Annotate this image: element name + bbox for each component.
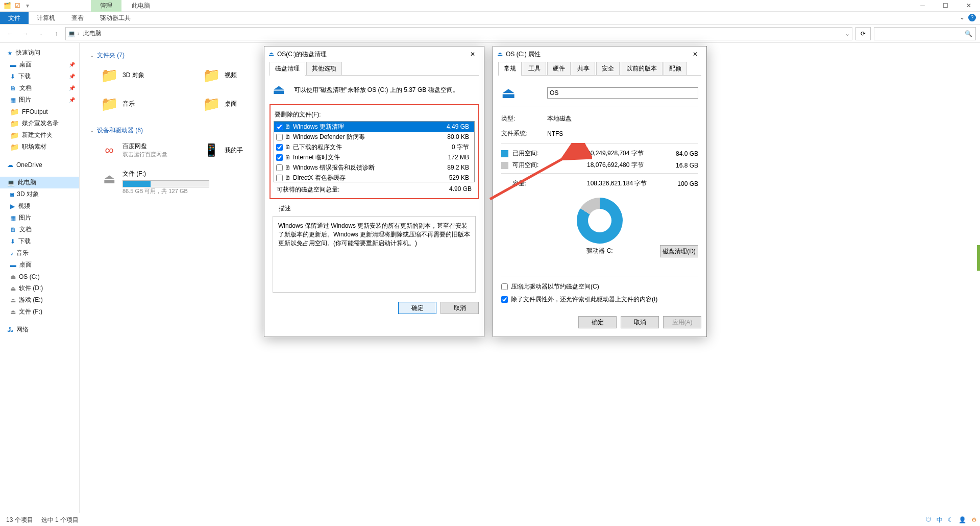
file-list-row[interactable]: 🗎DirectX 着色器缓存529 KB [274, 173, 474, 182]
close-button[interactable]: ✕ [465, 49, 480, 59]
file-list-row[interactable]: 🗎已下载的程序文件0 字节 [274, 142, 474, 152]
file-checkbox[interactable] [276, 164, 283, 171]
properties-tab[interactable]: 配额 [664, 62, 687, 76]
file-size: 0 字节 [452, 143, 472, 152]
sidebar-item-workplace[interactable]: 📁职场素材 [0, 141, 79, 153]
sidebar-item-ffoutput[interactable]: 📁FFOutput [0, 106, 79, 117]
folder-music[interactable]: 📁音乐 [100, 94, 182, 113]
checkbox-qa-icon[interactable]: ☑ [13, 2, 21, 10]
address-dropdown-icon[interactable]: ⌄ [845, 30, 850, 37]
tab-view[interactable]: 查看 [63, 12, 92, 24]
sidebar-onedrive[interactable]: ☁OneDrive [0, 159, 79, 171]
files-listbox[interactable]: 🗎Windows 更新清理4.49 GB🗎Windows Defender 防病… [274, 121, 475, 182]
compress-checkbox[interactable] [501, 283, 508, 290]
annotation-highlight: 要删除的文件(F): 🗎Windows 更新清理4.49 GB🗎Windows … [270, 104, 479, 199]
ribbon-collapse-icon[interactable]: ⌄ [960, 14, 965, 21]
file-list-row[interactable]: 🗎Windows 更新清理4.49 GB [274, 122, 474, 132]
drive-filef[interactable]: ⏏ 文件 (F:) 86.5 GB 可用，共 127 GB [100, 170, 233, 195]
breadcrumb[interactable]: 此电脑 [81, 29, 104, 38]
sidebar-item-3d[interactable]: ◙3D 对象 [0, 188, 79, 200]
sidebar-item-filef[interactable]: ⏏文件 (F:) [0, 306, 79, 318]
properties-tab[interactable]: 共享 [572, 62, 595, 76]
sidebar-item-desktop2[interactable]: ▬桌面 [0, 259, 79, 271]
tab-disk-cleanup[interactable]: 磁盘清理 [270, 62, 305, 76]
search-input[interactable]: 🔍 [874, 27, 976, 40]
properties-tab[interactable]: 硬件 [547, 62, 571, 76]
file-checkbox[interactable] [276, 175, 283, 181]
back-button[interactable]: ← [4, 28, 16, 40]
sidebar-network[interactable]: 🖧网络 [0, 324, 79, 336]
sidebar-item-media[interactable]: 📁媒介宣发名录 [0, 117, 79, 129]
file-list-row[interactable]: 🗎Internet 临时文件172 MB [274, 152, 474, 162]
sidebar-item-downloads2[interactable]: ⬇下载 [0, 235, 79, 247]
sidebar-item-pictures2[interactable]: ▦图片 [0, 212, 79, 224]
sidebar-item-downloads[interactable]: ⬇下载📌 [0, 70, 79, 82]
tray-shield-icon[interactable]: 🛡 [925, 516, 932, 523]
tab-drive-tools[interactable]: 驱动器工具 [92, 12, 139, 24]
tray-moon-icon[interactable]: ☾ [948, 516, 953, 523]
apply-button[interactable]: 应用(A) [663, 316, 701, 328]
tab-more-options[interactable]: 其他选项 [306, 62, 342, 76]
volume-name-input[interactable] [547, 87, 698, 99]
minimize-button[interactable]: ─ [911, 0, 934, 12]
file-checkbox[interactable] [276, 144, 283, 151]
file-checkbox[interactable] [276, 124, 283, 130]
free-gb: 16.8 GB [668, 162, 698, 169]
tab-file[interactable]: 文件 [0, 12, 29, 24]
tray-ime-icon[interactable]: 中 [937, 516, 943, 524]
tray-gear-icon[interactable]: ⚙ [971, 516, 977, 523]
forward-button[interactable]: → [19, 28, 32, 40]
sidebar-item-video[interactable]: ▶视频 [0, 200, 79, 212]
sidebar-item-game[interactable]: ⏏游戏 (E:) [0, 294, 79, 306]
address-bar[interactable]: 💻 › 此电脑 ⌄ [65, 27, 852, 40]
cancel-button[interactable]: 取消 [621, 316, 659, 328]
dialog-titlebar[interactable]: ⏏ OS (C:) 属性 ✕ [493, 46, 706, 62]
disk-cleanup-button[interactable]: 磁盘清理(D) [660, 245, 698, 257]
sidebar-item-documents[interactable]: 🗎文档📌 [0, 82, 79, 94]
file-list-row[interactable]: 🗎Windows Defender 防病毒80.0 KB [274, 132, 474, 142]
file-checkbox[interactable] [276, 134, 283, 140]
device-baidu[interactable]: ∞百度网盘双击运行百度网盘 [100, 141, 182, 159]
close-button[interactable]: ✕ [957, 0, 980, 12]
help-icon[interactable]: ? [968, 14, 976, 21]
contextual-tab-manage: 管理 [91, 0, 121, 12]
close-button[interactable]: ✕ [688, 49, 702, 59]
window-title: 此电脑 [121, 2, 160, 10]
file-list-row[interactable]: 🗎Windows 错误报告和反馈诊断89.2 KB [274, 162, 474, 173]
properties-tab[interactable]: 工具 [523, 62, 546, 76]
sidebar-item-osc[interactable]: ⏏OS (C:) [0, 271, 79, 282]
dialog-titlebar[interactable]: ⏏ OS(C:)的磁盘清理 ✕ [264, 46, 484, 62]
file-checkbox[interactable] [276, 154, 283, 161]
sidebar-item-music[interactable]: ♪音乐 [0, 247, 79, 259]
up-button[interactable]: ↑ [50, 28, 62, 40]
refresh-button[interactable]: ⟳ [855, 27, 871, 40]
cancel-button[interactable]: 取消 [440, 302, 479, 314]
dropdown-qa-icon[interactable]: ▾ [23, 2, 32, 10]
properties-tab[interactable]: 以前的版本 [621, 62, 663, 76]
ok-button[interactable]: 确定 [578, 316, 617, 328]
sidebar-item-label: 游戏 (E:) [19, 296, 43, 304]
folder-icon: 📁 [202, 94, 220, 113]
maximize-button[interactable]: ☐ [934, 0, 957, 12]
breadcrumb-chevron-icon[interactable]: › [78, 31, 79, 36]
sidebar-this-pc[interactable]: 💻此电脑 [0, 177, 79, 188]
info-text: 可以使用"磁盘清理"来释放 OS (C:) 上的 5.37 GB 磁盘空间。 [294, 86, 459, 94]
sidebar-item-desktop[interactable]: ▬桌面📌 [0, 59, 79, 70]
folder-icon: 📁 [100, 66, 118, 84]
file-type-icon: 🗎 [285, 174, 291, 181]
sidebar-item-documents2[interactable]: 🗎文档 [0, 224, 79, 235]
recent-dropdown-icon[interactable]: ⌄ [35, 28, 47, 40]
sidebar-quick-access[interactable]: ★快速访问 [0, 47, 79, 59]
tray-user-icon[interactable]: 👤 [959, 516, 966, 523]
properties-tab[interactable]: 常规 [498, 62, 522, 76]
properties-tab[interactable]: 安全 [596, 62, 620, 76]
sidebar-item-pictures[interactable]: ▦图片📌 [0, 94, 79, 106]
sidebar-item-newfolder[interactable]: 📁新建文件夹 [0, 129, 79, 141]
type-label: 类型: [501, 114, 547, 123]
sidebar-item-soft[interactable]: ⏏软件 (D:) [0, 282, 79, 294]
ok-button[interactable]: 确定 [398, 302, 436, 314]
folder-3d[interactable]: 📁3D 对象 [100, 66, 182, 84]
item-count: 13 个项目 [6, 516, 33, 524]
index-checkbox[interactable] [501, 296, 508, 303]
tab-computer[interactable]: 计算机 [29, 12, 63, 24]
